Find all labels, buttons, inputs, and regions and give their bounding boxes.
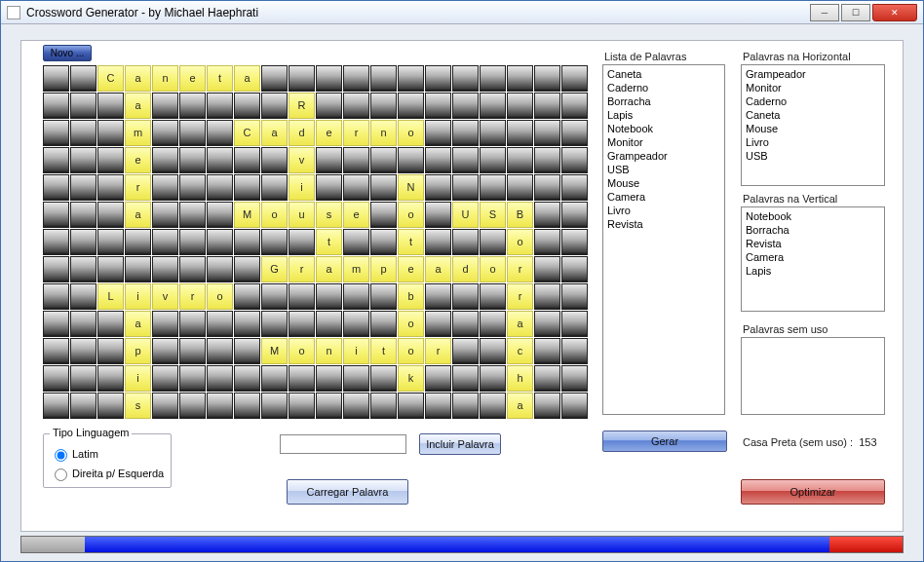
black-cell[interactable] — [207, 93, 233, 119]
black-cell[interactable] — [152, 120, 178, 146]
black-cell[interactable] — [425, 93, 451, 119]
black-cell[interactable] — [179, 229, 206, 255]
letter-cell[interactable]: s — [125, 393, 151, 419]
black-cell[interactable] — [97, 147, 124, 173]
black-cell[interactable] — [561, 229, 588, 255]
novo-button[interactable]: Novo ... — [43, 45, 92, 61]
black-cell[interactable] — [425, 147, 451, 173]
letter-cell[interactable]: t — [316, 229, 342, 255]
letter-cell[interactable]: o — [398, 338, 424, 364]
black-cell[interactable] — [452, 393, 479, 419]
black-cell[interactable] — [152, 365, 178, 392]
black-cell[interactable] — [207, 229, 233, 255]
list-item[interactable]: Lapis — [746, 264, 880, 278]
letter-cell[interactable]: o — [207, 283, 233, 310]
black-cell[interactable] — [561, 174, 588, 201]
list-item[interactable]: Lapis — [607, 108, 720, 122]
letter-cell[interactable]: i — [125, 283, 151, 310]
black-cell[interactable] — [97, 311, 124, 337]
black-cell[interactable] — [70, 65, 96, 92]
list-item[interactable]: Monitor — [607, 135, 720, 149]
black-cell[interactable] — [289, 229, 315, 255]
black-cell[interactable] — [370, 65, 397, 92]
radio-latim[interactable]: Latim — [50, 446, 165, 462]
black-cell[interactable] — [70, 256, 96, 282]
black-cell[interactable] — [43, 393, 69, 419]
black-cell[interactable] — [425, 393, 451, 419]
black-cell[interactable] — [534, 338, 560, 364]
black-cell[interactable] — [70, 174, 96, 201]
black-cell[interactable] — [179, 256, 206, 282]
letter-cell[interactable]: n — [316, 338, 342, 364]
black-cell[interactable] — [152, 311, 178, 337]
black-cell[interactable] — [234, 93, 260, 119]
black-cell[interactable] — [561, 311, 588, 337]
black-cell[interactable] — [425, 120, 451, 146]
black-cell[interactable] — [152, 93, 178, 119]
black-cell[interactable] — [480, 174, 506, 201]
letter-cell[interactable]: B — [507, 202, 533, 228]
black-cell[interactable] — [480, 393, 506, 419]
black-cell[interactable] — [480, 93, 506, 119]
black-cell[interactable] — [234, 283, 260, 310]
black-cell[interactable] — [70, 120, 96, 146]
black-cell[interactable] — [207, 365, 233, 392]
black-cell[interactable] — [70, 283, 96, 310]
black-cell[interactable] — [452, 65, 479, 92]
letter-cell[interactable]: R — [289, 93, 315, 119]
letter-cell[interactable]: n — [152, 65, 178, 92]
letter-cell[interactable]: t — [207, 65, 233, 92]
list-item[interactable]: Mouse — [746, 122, 880, 135]
black-cell[interactable] — [125, 229, 151, 255]
black-cell[interactable] — [343, 229, 369, 255]
black-cell[interactable] — [370, 93, 397, 119]
list-item[interactable]: Caderno — [746, 94, 880, 108]
letter-cell[interactable]: t — [398, 229, 424, 255]
minimize-button[interactable]: ─ — [810, 4, 839, 21]
incluir-button[interactable]: Incluir Palavra — [419, 433, 501, 455]
letter-cell[interactable]: i — [289, 174, 315, 201]
black-cell[interactable] — [452, 174, 479, 201]
letter-cell[interactable]: o — [398, 120, 424, 146]
letter-cell[interactable]: n — [370, 120, 397, 146]
black-cell[interactable] — [152, 256, 178, 282]
black-cell[interactable] — [97, 229, 124, 255]
letter-cell[interactable]: r — [507, 256, 533, 282]
black-cell[interactable] — [152, 338, 178, 364]
black-cell[interactable] — [534, 202, 560, 228]
letter-cell[interactable]: d — [289, 120, 315, 146]
list-item[interactable]: Revista — [607, 217, 720, 231]
black-cell[interactable] — [343, 147, 369, 173]
list-item[interactable]: Livro — [607, 204, 720, 217]
black-cell[interactable] — [152, 147, 178, 173]
letter-cell[interactable]: p — [125, 338, 151, 364]
letter-cell[interactable]: a — [125, 93, 151, 119]
letter-cell[interactable]: M — [261, 338, 288, 364]
black-cell[interactable] — [561, 202, 588, 228]
black-cell[interactable] — [125, 256, 151, 282]
black-cell[interactable] — [97, 338, 124, 364]
black-cell[interactable] — [425, 365, 451, 392]
black-cell[interactable] — [370, 147, 397, 173]
list-item[interactable]: Grampeador — [607, 149, 720, 163]
optimizar-button[interactable]: Optimizar — [741, 479, 885, 505]
listbox-vertical[interactable]: NotebookBorrachaRevistaCameraLapis — [741, 206, 885, 312]
black-cell[interactable] — [43, 283, 69, 310]
black-cell[interactable] — [97, 202, 124, 228]
letter-cell[interactable]: h — [507, 365, 533, 392]
black-cell[interactable] — [43, 311, 69, 337]
black-cell[interactable] — [480, 65, 506, 92]
black-cell[interactable] — [97, 120, 124, 146]
letter-cell[interactable]: a — [261, 120, 288, 146]
letter-cell[interactable]: r — [125, 174, 151, 201]
list-item[interactable]: Caderno — [607, 81, 720, 94]
list-item[interactable]: Borracha — [607, 94, 720, 108]
letter-cell[interactable]: M — [234, 202, 260, 228]
list-item[interactable]: Notebook — [607, 122, 720, 135]
letter-cell[interactable]: e — [316, 120, 342, 146]
listbox-horizontal[interactable]: GrampeadorMonitorCadernoCanetaMouseLivro… — [741, 64, 885, 186]
letter-cell[interactable]: m — [125, 120, 151, 146]
letter-cell[interactable]: a — [507, 393, 533, 419]
black-cell[interactable] — [425, 202, 451, 228]
gerar-button[interactable]: Gerar — [602, 431, 727, 452]
